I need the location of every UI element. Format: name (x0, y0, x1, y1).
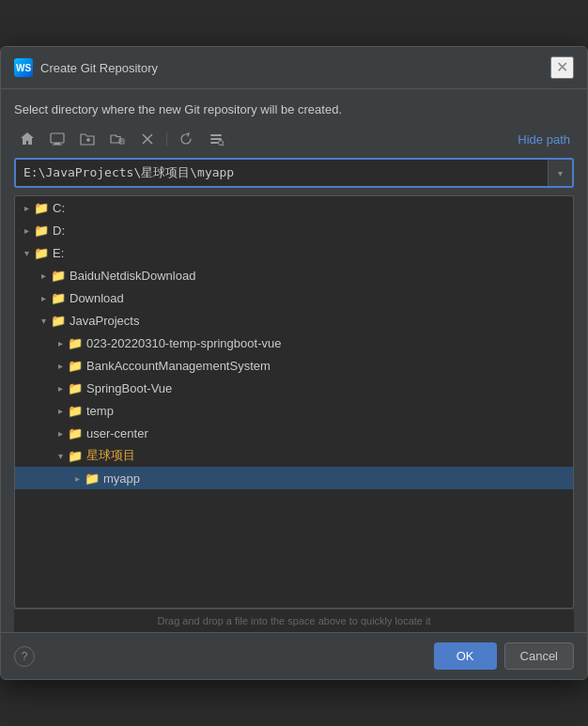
footer: ? OK Cancel (1, 632, 587, 679)
tree-item-usercenter[interactable]: 📁user-center (15, 422, 573, 444)
home-icon (20, 131, 35, 147)
tree-label-xingqiu: 星球项目 (86, 447, 135, 464)
tree-item-myapp[interactable]: 📁myapp (15, 467, 573, 489)
desktop-button[interactable] (44, 128, 70, 150)
folder-icon-e: 📁 (34, 245, 49, 260)
chevron-icon-springbootvue[interactable] (53, 380, 68, 395)
path-input[interactable] (16, 162, 548, 185)
folder-icon-myapp: 📁 (85, 471, 100, 486)
folder-icon-download: 📁 (51, 290, 66, 305)
tree-item-springboot[interactable]: 📁023-20220310-temp-springboot-vue (15, 332, 573, 354)
ok-button[interactable]: OK (434, 642, 497, 670)
delete-button[interactable] (134, 128, 161, 150)
tree-item-e[interactable]: 📁E: (15, 241, 573, 264)
chevron-icon-springboot[interactable] (53, 335, 68, 350)
path-input-row: ▾ (14, 158, 574, 188)
folder-icon-c: 📁 (34, 200, 49, 215)
home-button[interactable] (14, 128, 40, 150)
dialog-title: Create Git Repository (40, 61, 158, 75)
tree-item-download[interactable]: 📁Download (15, 286, 573, 309)
folder-icon-temp: 📁 (68, 403, 83, 418)
tree-item-springbootvue[interactable]: 📁SpringBoot-Vue (15, 377, 573, 399)
tree-label-d: D: (53, 224, 65, 238)
toolbar-separator (166, 131, 167, 147)
tree-item-c[interactable]: 📁C: (15, 196, 573, 219)
refresh-button[interactable] (173, 128, 199, 150)
toolbar-left (14, 128, 229, 150)
refresh-icon (178, 131, 193, 147)
folder-icon-springbootvue: 📁 (68, 380, 83, 395)
app-icon: WS (14, 58, 33, 77)
dialog-body: Select directory where the new Git repos… (1, 89, 587, 632)
tree-item-baidu[interactable]: 📁BaiduNetdiskDownload (15, 264, 573, 286)
tree-label-bankaccount: BankAccountManagementSystem (86, 359, 271, 373)
new-folder-button[interactable] (74, 128, 101, 150)
tree-item-temp[interactable]: 📁temp (15, 399, 573, 422)
cancel-button[interactable]: Cancel (504, 642, 574, 670)
chevron-icon-usercenter[interactable] (53, 425, 68, 440)
chevron-icon-myapp[interactable] (70, 471, 85, 486)
folder-icon-usercenter: 📁 (68, 425, 83, 440)
new-folder-selection-button[interactable] (104, 128, 131, 150)
tree-label-c: C: (53, 201, 65, 215)
delete-icon (140, 131, 155, 147)
chevron-icon-c[interactable] (19, 200, 34, 215)
new-folder-selection-icon (110, 131, 125, 147)
tree-label-temp: temp (86, 404, 114, 418)
chevron-icon-baidu[interactable] (36, 268, 51, 283)
tree-item-bankaccount[interactable]: 📁BankAccountManagementSystem (15, 354, 573, 377)
more-button[interactable] (203, 128, 229, 150)
tree-label-javaprojects: JavaProjects (70, 314, 139, 328)
title-left: WS Create Git Repository (14, 58, 158, 77)
folder-icon-baidu: 📁 (51, 268, 66, 283)
subtitle-text: Select directory where the new Git repos… (14, 102, 574, 116)
tree-item-javaprojects[interactable]: 📁JavaProjects (15, 309, 573, 332)
toolbar: Hide path (14, 128, 574, 150)
tree-label-myapp: myapp (103, 471, 140, 486)
more-icon (209, 131, 224, 147)
tree-label-e: E: (53, 246, 64, 260)
tree-label-download: Download (70, 291, 124, 305)
folder-icon-xingqiu: 📁 (68, 448, 83, 463)
svg-rect-11 (210, 138, 222, 140)
svg-point-13 (219, 141, 224, 146)
tree-label-baidu: BaiduNetdiskDownload (70, 269, 195, 283)
tree-label-springbootvue: SpringBoot-Vue (86, 381, 172, 395)
chevron-icon-xingqiu[interactable] (53, 448, 68, 463)
drag-hint: Drag and drop a file into the space abov… (14, 609, 574, 632)
folder-icon-javaprojects: 📁 (51, 313, 66, 328)
tree-label-usercenter: user-center (86, 426, 148, 440)
footer-buttons: OK Cancel (434, 642, 574, 670)
help-button[interactable]: ? (14, 646, 35, 667)
create-git-repository-dialog: WS Create Git Repository ✕ Select direct… (0, 46, 588, 680)
title-bar: WS Create Git Repository ✕ (1, 47, 587, 89)
svg-rect-12 (210, 142, 218, 144)
new-folder-icon (80, 131, 95, 147)
tree-label-springboot: 023-20220310-temp-springboot-vue (86, 336, 281, 350)
chevron-icon-download[interactable] (36, 290, 51, 305)
folder-icon-bankaccount: 📁 (68, 358, 83, 373)
desktop-icon (50, 131, 65, 147)
svg-rect-0 (51, 133, 64, 143)
chevron-icon-e[interactable] (19, 245, 34, 260)
close-button[interactable]: ✕ (550, 56, 574, 79)
file-tree[interactable]: 📁C:📁D:📁E:📁BaiduNetdiskDownload📁Download📁… (14, 195, 574, 609)
path-dropdown-button[interactable]: ▾ (548, 160, 572, 186)
folder-icon-springboot: 📁 (68, 335, 83, 350)
chevron-icon-temp[interactable] (53, 403, 68, 418)
hide-path-button[interactable]: Hide path (514, 131, 574, 148)
chevron-icon-javaprojects[interactable] (36, 313, 51, 328)
tree-item-d[interactable]: 📁D: (15, 219, 573, 241)
chevron-icon-bankaccount[interactable] (53, 358, 68, 373)
svg-rect-10 (210, 134, 222, 136)
folder-icon-d: 📁 (34, 223, 49, 238)
tree-item-xingqiu[interactable]: 📁星球项目 (15, 444, 573, 467)
svg-line-14 (223, 145, 224, 146)
chevron-icon-d[interactable] (19, 223, 34, 238)
